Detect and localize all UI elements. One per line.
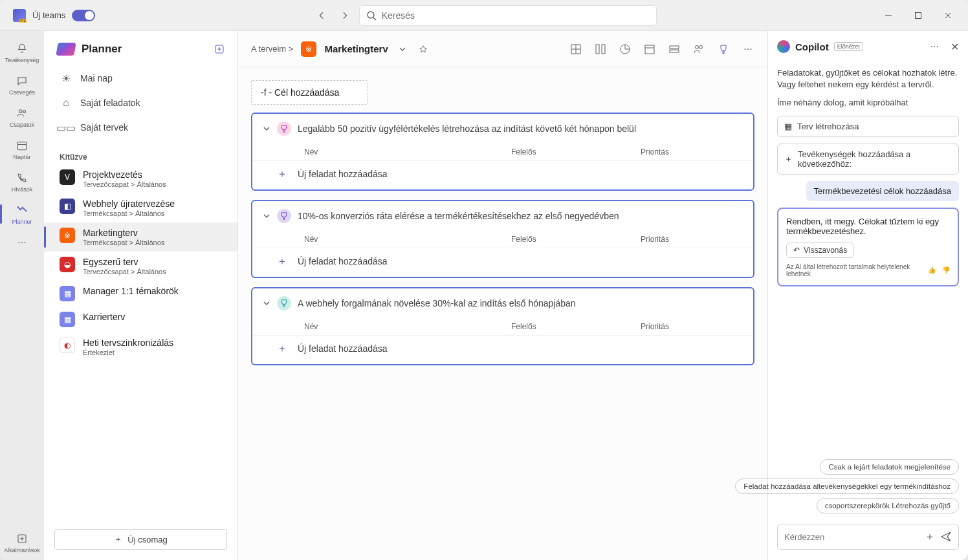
- board-view-button[interactable]: [594, 43, 607, 56]
- copilot-intro-2: Íme néhány dolog, amit kipróbálhat: [777, 97, 959, 109]
- svg-point-20: [696, 45, 699, 48]
- column-owner: Felelős: [511, 322, 641, 331]
- plan-icon: ▦: [60, 286, 75, 301]
- search-box[interactable]: [359, 5, 657, 26]
- goal-title: Legalább 50 pozitív ügyfélértékelés létr…: [298, 124, 636, 134]
- goal-card: 10%-os konverziós ráta elérése a terméké…: [251, 200, 754, 278]
- window-close-button[interactable]: [933, 5, 963, 26]
- copilot-input-box[interactable]: ＋: [777, 524, 959, 550]
- nav-back-button[interactable]: [313, 6, 331, 25]
- sidebar-plan-item[interactable]: VProjektvezetésTervezőcsapat > Általános: [44, 164, 237, 193]
- rail-calendar[interactable]: Naptár: [3, 135, 41, 164]
- undo-icon: ↶: [793, 246, 800, 255]
- content-area: A terveim > ※ Marketingterv ···: [238, 31, 767, 560]
- breadcrumb[interactable]: A terveim >: [251, 44, 293, 54]
- thumbs-up-button[interactable]: 👍: [928, 266, 936, 274]
- people-view-button[interactable]: [692, 43, 705, 56]
- bell-icon: [15, 41, 29, 56]
- plan-sub-label: Tervezőcsapat > Általános: [83, 268, 166, 275]
- svg-point-4: [19, 110, 23, 113]
- copilot-close-button[interactable]: ✕: [951, 41, 959, 53]
- copilot-more-button[interactable]: ···: [930, 41, 939, 52]
- add-task-row[interactable]: ＋Új feladat hozzáadása: [252, 160, 753, 189]
- suggest-add-activities[interactable]: ＋ Tevékenységek hozzáadása a következőhö…: [777, 144, 959, 175]
- send-button[interactable]: [940, 531, 952, 543]
- nav-forward-button[interactable]: [336, 6, 354, 25]
- plan-name-label: Heti tervszinkronizálás: [83, 338, 173, 348]
- sidebar-plan-item[interactable]: ▦Manager 1:1 témakörök: [44, 281, 237, 307]
- user-message: Termékbevezetési célok hozzáadása: [806, 181, 959, 201]
- copilot-suggestion-pill[interactable]: Feladat hozzáadása altevékenységekkel eg…: [735, 479, 959, 494]
- svg-rect-18: [670, 46, 679, 48]
- undo-button[interactable]: ↶ Visszavonás: [786, 242, 854, 258]
- apps-icon: [15, 532, 29, 546]
- attach-button[interactable]: ＋: [925, 530, 935, 544]
- svg-rect-3: [916, 12, 921, 18]
- copilot-input[interactable]: [784, 532, 919, 542]
- pin-plan-button[interactable]: [417, 43, 430, 56]
- search-icon: [366, 10, 377, 21]
- thumbs-down-button[interactable]: 👎: [942, 266, 950, 274]
- rail-planner[interactable]: Planner: [3, 199, 41, 229]
- plan-icon: ▦: [60, 312, 75, 327]
- sidebar-title: Planner: [82, 43, 122, 56]
- new-plan-button[interactable]: ＋ Új csomag: [54, 529, 227, 550]
- window-minimize-button[interactable]: [874, 5, 903, 26]
- rail-more[interactable]: ···: [3, 232, 41, 253]
- search-input[interactable]: [382, 10, 650, 21]
- sun-icon: ☀: [60, 72, 72, 85]
- sidebar-plan-item[interactable]: ◧Webhely újratervezéseTermékcsapat > Ált…: [44, 193, 237, 222]
- column-priority: Prioritás: [641, 235, 705, 244]
- grid-view-button[interactable]: [569, 43, 582, 56]
- add-task-row[interactable]: ＋Új feladat hozzáadása: [252, 248, 753, 277]
- collapse-button[interactable]: [263, 125, 270, 133]
- chart-view-button[interactable]: [619, 43, 632, 56]
- sidebar-plan-item[interactable]: ◐Heti tervszinkronizálásÉrtekezlet: [44, 332, 237, 361]
- sidebar-plan-item[interactable]: ▦Karrierterv: [44, 307, 237, 332]
- svg-rect-13: [596, 45, 599, 54]
- more-views-button[interactable]: ···: [742, 43, 754, 56]
- rail-apps[interactable]: Alkalmazások: [3, 525, 41, 560]
- sidebar-plan-item[interactable]: ※MarketingtervTermékcsapat > Általános: [44, 222, 237, 252]
- plan-dropdown-button[interactable]: [396, 43, 409, 56]
- rail-teams[interactable]: Csapatok: [3, 102, 41, 132]
- goal-card: Legalább 50 pozitív ügyfélértékelés létr…: [251, 113, 754, 191]
- goals-view-button[interactable]: [717, 43, 730, 56]
- column-priority: Prioritás: [641, 147, 705, 156]
- plan-icon: ◒: [60, 257, 75, 272]
- column-owner: Felelős: [511, 235, 641, 244]
- suggest-create-plan[interactable]: ▦ Terv létrehozása: [777, 116, 959, 137]
- copilot-suggestion-pill[interactable]: csoportszerepkörök Létrehozás gyűjtő: [817, 498, 959, 513]
- svg-rect-19: [670, 50, 679, 52]
- rail-activity[interactable]: Tevékenység: [3, 38, 41, 67]
- sidebar-item-myplans[interactable]: ▭▭ Saját tervek: [44, 115, 237, 140]
- copilot-logo-icon: [777, 40, 790, 53]
- add-task-row[interactable]: ＋Új feladat hozzáadása: [252, 335, 753, 364]
- sidebar-item-mytasks[interactable]: ⌂ Saját feladatok: [44, 91, 237, 115]
- schedule-view-button[interactable]: [643, 43, 656, 56]
- planner-logo-icon: [56, 43, 76, 56]
- timeline-view-button[interactable]: [668, 43, 681, 56]
- svg-rect-16: [645, 45, 654, 54]
- copilot-suggestion-pill[interactable]: Csak a lejárt feladatok megjelenítése: [820, 459, 959, 475]
- people-icon: [15, 106, 29, 120]
- plan-badge-icon: ※: [301, 41, 316, 57]
- add-goal-input[interactable]: -f - Cél hozzáadása: [251, 80, 368, 105]
- plan-name-label: Karrierterv: [83, 312, 125, 322]
- collapse-button[interactable]: [263, 212, 270, 220]
- add-tab-button[interactable]: [214, 44, 225, 54]
- new-teams-toggle[interactable]: [72, 10, 95, 21]
- plus-icon: ＋: [114, 533, 122, 545]
- trophy-icon: [277, 209, 291, 223]
- phone-icon: [15, 171, 29, 185]
- sidebar-plan-item[interactable]: ◒Egyszerű tervTervezőcsapat > Általános: [44, 252, 237, 281]
- pinned-header: Kitűzve: [44, 144, 237, 164]
- window-maximize-button[interactable]: [903, 5, 933, 26]
- ai-disclaimer: Az AI által létrehozott tartalmak helyte…: [786, 263, 924, 277]
- sidebar-item-today[interactable]: ☀ Mai nap: [44, 66, 237, 91]
- trophy-icon: [277, 296, 291, 310]
- collapse-button[interactable]: [263, 299, 270, 307]
- rail-chat[interactable]: Csevegés: [3, 70, 41, 100]
- rail-calls[interactable]: Hívások: [3, 167, 41, 197]
- ai-response-card: Rendben, itt megy. Célokat tűztem ki egy…: [777, 208, 959, 286]
